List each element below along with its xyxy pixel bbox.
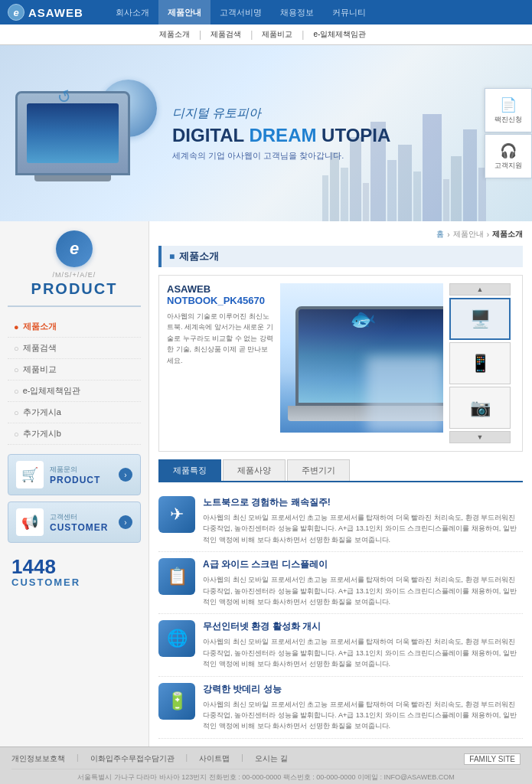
banner-subtitle: 세계속의 기업 아사웹이 고객님을 찾아갑니다. <box>172 150 521 162</box>
product-inquiry-big: PRODUCT <box>50 475 100 485</box>
footer-links: 개인정보보호책 | 이화입주수무접수담기관 | 사이트맵 | 오시는 길 FAM… <box>11 753 521 769</box>
customer-center-icon: 📢 <box>16 508 44 536</box>
subnav-sep2: | <box>250 29 253 40</box>
sidebar-menu: ● 제품소개 ○ 제품검색 ○ 제품비교 ○ e-입체제책임관 ○ 추가게시a … <box>8 316 141 445</box>
menu-item-product-intro[interactable]: ● 제품소개 <box>8 316 141 338</box>
sidebar-logo-letter: e <box>70 239 79 259</box>
nav-company[interactable]: 회사소개 <box>106 0 158 24</box>
feature-desc-1: 아사웹의 최신 모바일 프로세서인 초고능 프로세서를 탑재하여 더욱 빨라진 … <box>203 512 523 545</box>
feature-text-3: 무선인터넷 환경 활성화 개시 아사웹의 최신 모바일 프로세서인 초고능 프로… <box>203 620 523 669</box>
sub-nav: 제품소개 | 제품검색 | 제품비교 | e-일체제책임관 <box>0 24 532 45</box>
banner-text: 디지털 유토피아 DIGITAL DREAM UTOPIA 세계속의 기업 아사… <box>165 106 521 162</box>
menu-item-ebook[interactable]: ○ e-입체제책임관 <box>8 381 141 402</box>
subnav-compare[interactable]: 제품비교 <box>256 28 299 41</box>
product-image-container: 🐟 <box>280 283 443 433</box>
family-site-label[interactable]: FAMILY SITE <box>464 753 521 765</box>
feature-desc-4: 아사웹의 최신 모바일 프로세서인 초고능 프로세서를 탑재하여 더욱 빨라진 … <box>203 699 523 732</box>
thumb-nav-up[interactable]: ▲ <box>449 283 511 296</box>
customer-center-big: CUSTOMER <box>50 522 108 533</box>
menu-label-5: 추가게시a <box>23 407 61 418</box>
support-label: 고객지원 <box>494 161 522 171</box>
feature-desc-2: 아사웹의 최신 모바일 프로세서인 초고능 프로세서를 탑재하여 더욱 빨라진 … <box>203 574 523 607</box>
nav-community[interactable]: 커뮤니티 <box>323 0 375 24</box>
customer-center-small: 고객센터 <box>50 512 108 522</box>
banner-title: DIGITAL DREAM UTOPIA <box>172 125 521 146</box>
sidebar-product-label: PRODUCT <box>8 280 141 298</box>
header: e ASAWEB 회사소개 제품안내 고객서비명 채용정보 커뮤니티 <box>0 0 532 24</box>
feature-list: ✈ 노트북으로 경험하는 쾌속질주! 아사웹의 최신 모바일 프로세서인 초고능… <box>158 490 523 739</box>
banner-monitor-base <box>34 175 111 181</box>
product-blur <box>367 356 443 433</box>
product-desc: 아사웹의 기술로 이루어진 최신노트북. 세계속에 앞서가는 새로운 기술로 누… <box>167 311 274 366</box>
page-header-bar: ■ 제품소개 <box>158 246 523 267</box>
breadcrumb-current: 제품소개 <box>492 229 523 240</box>
menu-item-compare[interactable]: ○ 제품비교 <box>8 359 141 381</box>
monitor-screen <box>27 103 119 163</box>
menu-item-extra1[interactable]: ○ 추가게시a <box>8 402 141 423</box>
bullet-3: ○ <box>14 365 19 374</box>
footer-link-privacy[interactable]: 개인정보보호책 <box>11 753 65 765</box>
menu-label-1: 제품소개 <box>23 321 57 332</box>
footer-address: 서울특별시 가나구 다라마 바사아 123번지 전화번호 : 00-000-00… <box>11 773 521 782</box>
banner-title-prefix: DIGITAL <box>172 125 249 145</box>
tab-specs[interactable]: 제품사양 <box>223 459 286 481</box>
feature-item-2: 📋 A급 와이드 스크린 디스플레이 아사웹의 최신 모바일 프로세서인 초고능… <box>158 552 523 614</box>
menu-item-extra2[interactable]: ○ 추가게시b <box>8 423 141 445</box>
breadcrumb-home[interactable]: 홈 <box>436 229 444 240</box>
thumb-item-2[interactable]: 📱 <box>449 342 511 384</box>
customer-center-box[interactable]: 📢 고객센터 CUSTOMER › <box>8 501 141 543</box>
subnav-search[interactable]: 제품검색 <box>204 28 247 41</box>
sidebar-product-header: e /M/S/+/A/E/ PRODUCT <box>8 230 141 307</box>
product-showcase: ASAWEB NOTBOOK_PK45670 아사웹의 기술로 이루어진 최신노… <box>158 275 523 452</box>
footer-link-sitemap[interactable]: 사이트맵 <box>199 753 230 765</box>
breadcrumb-sep1: › <box>447 230 449 239</box>
product-inquiry-small: 제품문의 <box>50 465 100 475</box>
menu-item-search[interactable]: ○ 제품검색 <box>8 338 141 359</box>
bullet-active: ● <box>14 322 19 332</box>
subnav-product[interactable]: 제품소개 <box>153 28 196 41</box>
tab-peripherals[interactable]: 주변기기 <box>287 459 350 481</box>
menu-label-6: 추가게시b <box>23 428 61 439</box>
thumb-item-1[interactable]: 🖥️ <box>449 298 511 340</box>
nav-product[interactable]: 제품안내 <box>158 0 211 24</box>
footer-link-directions[interactable]: 오시는 길 <box>255 753 288 765</box>
banner-title-highlight: DREAM <box>249 125 316 145</box>
page-header-title: 제품소개 <box>179 250 219 263</box>
feature-title-2: A급 와이드 스크린 디스플레이 <box>203 558 523 571</box>
nav-jobs[interactable]: 채용정보 <box>271 0 323 24</box>
breadcrumb: 홈 › 제품안내 › 제품소개 <box>158 229 523 240</box>
feature-text-4: 강력한 밧데리 성능 아사웹의 최신 모바일 프로세서인 초고능 프로세서를 탑… <box>203 683 523 732</box>
product-thumbs: ▲ 🖥️ 📱 📷 ▼ <box>449 283 514 443</box>
content-right: 홈 › 제품안내 › 제품소개 ■ 제품소개 ASAWEB NOTBOOK_PK… <box>149 221 532 746</box>
breadcrumb-section[interactable]: 제품안내 <box>453 229 484 240</box>
bullet-2: ○ <box>14 344 19 353</box>
thumb-nav-down[interactable]: ▼ <box>449 431 511 443</box>
feature-text-1: 노트북으로 경험하는 쾌속질주! 아사웹의 최신 모바일 프로세서인 초고능 프… <box>203 496 523 545</box>
customer-center-arrow[interactable]: › <box>119 515 132 529</box>
product-info: ASAWEB NOTBOOK_PK45670 아사웹의 기술로 이루어진 최신노… <box>167 283 274 443</box>
bullet-6: ○ <box>14 430 19 439</box>
thumb-item-3[interactable]: 📷 <box>449 387 511 429</box>
product-inquiry-icon: 🛒 <box>16 461 44 488</box>
tab-features[interactable]: 제품특징 <box>158 459 221 481</box>
product-name-highlight: NOTBOOK_PK45670 <box>167 295 265 306</box>
footer-link-info[interactable]: 이화입주수무접수담기관 <box>90 753 175 765</box>
page-header-icon: ■ <box>169 251 175 262</box>
nav-service[interactable]: 고객서비명 <box>211 0 271 24</box>
feature-text-2: A급 와이드 스크린 디스플레이 아사웹의 최신 모바일 프로세서인 초고능 프… <box>203 558 523 607</box>
main-nav: 회사소개 제품안내 고객서비명 채용정보 커뮤니티 <box>106 0 524 24</box>
banner-handwriting: 디지털 유토피아 <box>172 106 521 122</box>
feature-item-3: 🌐 무선인터넷 환경 활성화 개시 아사웹의 최신 모바일 프로세서인 초고능 … <box>158 614 523 676</box>
feature-item-1: ✈ 노트북으로 경험하는 쾌속질주! 아사웹의 최신 모바일 프로세서인 초고능… <box>158 490 523 552</box>
sidebar-e-logo: e <box>56 230 93 267</box>
banner-title-suffix: UTOPIA <box>316 125 390 145</box>
feature-title-4: 강력한 밧데리 성능 <box>203 683 523 696</box>
subnav-sep3: | <box>302 29 304 40</box>
product-inquiry-box[interactable]: 🛒 제품문의 PRODUCT › <box>8 454 141 495</box>
banner-monitor-group: ↺ <box>11 68 165 198</box>
footer: 개인정보보호책 | 이화입주수무접수담기관 | 사이트맵 | 오시는 길 FAM… <box>0 746 532 784</box>
subnav-ebook[interactable]: e-일체제책임관 <box>307 28 372 41</box>
menu-label-3: 제품비교 <box>23 364 57 375</box>
logo-text: ASAWEB <box>28 6 83 19</box>
product-inquiry-arrow[interactable]: › <box>119 468 132 482</box>
